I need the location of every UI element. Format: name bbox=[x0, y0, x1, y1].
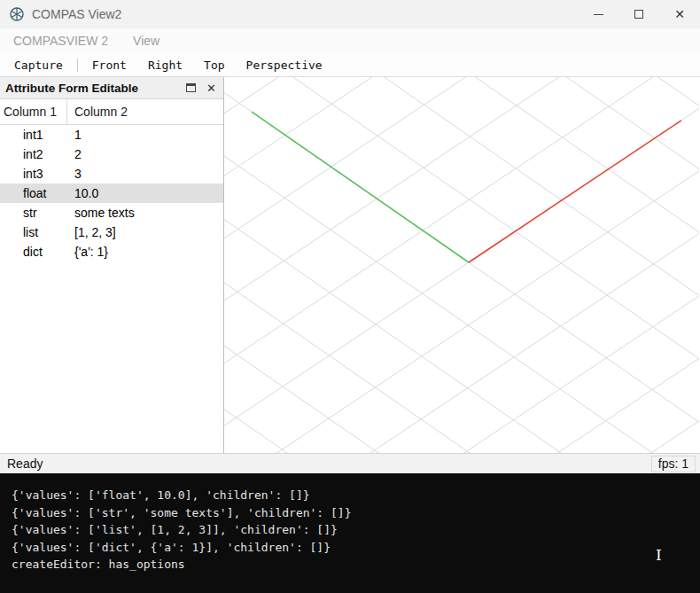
grid-line bbox=[224, 77, 699, 453]
panel-header[interactable]: Attribute Form Editable ✕ bbox=[0, 77, 223, 99]
red-axis-line bbox=[469, 121, 681, 262]
table-row[interactable]: dict {'a': 1} bbox=[0, 242, 223, 261]
grid-line bbox=[224, 77, 699, 453]
grid-line bbox=[224, 77, 699, 453]
title-bar: COMPAS View2 ✕ bbox=[0, 0, 700, 28]
menu-bar: COMPASVIEW 2 View bbox=[0, 28, 700, 53]
table-row[interactable]: str some texts bbox=[0, 203, 223, 222]
minimize-button[interactable] bbox=[578, 0, 618, 28]
console-output[interactable]: {'values': ['float', 10.0], 'children': … bbox=[0, 473, 700, 593]
maximize-icon bbox=[634, 10, 643, 19]
grid-line bbox=[224, 77, 699, 453]
green-axis-line bbox=[252, 112, 469, 262]
panel-header-buttons: ✕ bbox=[186, 82, 216, 94]
window-title: COMPAS View2 bbox=[32, 7, 121, 21]
console-line: {'values': ['str', 'some texts'], 'child… bbox=[12, 504, 700, 522]
row-value[interactable]: [1, 2, 3] bbox=[67, 225, 116, 239]
row-key: float bbox=[0, 186, 67, 200]
main-area: Attribute Form Editable ✕ Column 1 Colum… bbox=[0, 76, 700, 453]
perspective-view-button[interactable]: Perspective bbox=[236, 56, 333, 74]
table-row[interactable]: int2 2 bbox=[0, 144, 223, 164]
grid-line bbox=[224, 77, 699, 453]
float-panel-icon[interactable] bbox=[186, 83, 196, 92]
console-line: {'values': ['dict', {'a': 1}], 'children… bbox=[12, 539, 700, 557]
grid-line bbox=[224, 77, 699, 453]
grid-line bbox=[224, 77, 699, 453]
grid-line bbox=[224, 77, 699, 453]
top-view-button[interactable]: Top bbox=[193, 56, 235, 74]
grid-line bbox=[224, 77, 699, 453]
grid-line bbox=[232, 77, 699, 438]
grid-line bbox=[224, 77, 699, 453]
capture-button[interactable]: Capture bbox=[4, 56, 74, 74]
panel-title: Attribute Form Editable bbox=[5, 82, 138, 95]
grid-line bbox=[224, 77, 699, 453]
row-value[interactable]: 2 bbox=[67, 147, 82, 161]
grid-line bbox=[224, 77, 699, 453]
row-value[interactable]: 10.0 bbox=[67, 186, 98, 200]
row-key: str bbox=[0, 206, 67, 220]
table-row[interactable]: int3 3 bbox=[0, 164, 223, 183]
grid-line bbox=[224, 77, 699, 453]
table-body: int1 1 int2 2 int3 3 float 10.0 str some… bbox=[0, 125, 223, 453]
row-value[interactable]: 1 bbox=[67, 128, 82, 142]
grid-line bbox=[224, 77, 699, 453]
grid-line bbox=[224, 77, 699, 453]
console-line: {'values': ['float', 10.0], 'children': … bbox=[12, 487, 700, 504]
grid-line bbox=[224, 77, 699, 453]
grid-line bbox=[224, 77, 699, 453]
viewport-3d[interactable] bbox=[224, 77, 700, 453]
grid-line bbox=[224, 77, 699, 453]
maximize-button[interactable] bbox=[618, 0, 659, 28]
grid-line bbox=[224, 77, 699, 453]
table-row[interactable]: list [1, 2, 3] bbox=[0, 222, 223, 242]
grid-line bbox=[224, 77, 699, 453]
toolbar: Capture Front Right Top Perspective bbox=[0, 53, 700, 76]
toolbar-separator bbox=[77, 59, 78, 72]
table-row[interactable]: int1 1 bbox=[0, 125, 223, 144]
app-logo-icon bbox=[9, 6, 25, 22]
table-row[interactable]: float 10.0 bbox=[0, 183, 223, 203]
grid-line bbox=[224, 77, 699, 453]
row-key: int1 bbox=[0, 128, 67, 142]
grid-line bbox=[224, 77, 699, 453]
minimize-icon bbox=[594, 14, 603, 15]
menu-item-view[interactable]: View bbox=[128, 34, 165, 48]
grid-line bbox=[224, 77, 699, 453]
text-cursor-ibeam: I bbox=[656, 548, 662, 563]
grid-line bbox=[224, 77, 699, 453]
row-key: int2 bbox=[0, 147, 67, 161]
table-header: Column 1 Column 2 bbox=[0, 99, 223, 125]
status-bar: Ready fps: 1 bbox=[0, 453, 700, 473]
grid-line bbox=[224, 77, 699, 453]
status-message: Ready bbox=[7, 456, 43, 471]
fps-counter: fps: 1 bbox=[651, 456, 696, 472]
menu-item-compasview2[interactable]: COMPASVIEW 2 bbox=[8, 34, 113, 48]
right-view-button[interactable]: Right bbox=[137, 56, 193, 74]
grid-line bbox=[224, 77, 699, 453]
row-value[interactable]: 3 bbox=[67, 167, 82, 181]
attribute-form-panel: Attribute Form Editable ✕ Column 1 Colum… bbox=[0, 77, 224, 453]
grid-line bbox=[224, 77, 699, 453]
front-view-button[interactable]: Front bbox=[82, 56, 137, 74]
row-value[interactable]: some texts bbox=[67, 206, 135, 220]
row-value[interactable]: {'a': 1} bbox=[67, 245, 108, 259]
panel-close-icon[interactable]: ✕ bbox=[206, 82, 216, 94]
window-controls: ✕ bbox=[578, 0, 700, 28]
grid-line bbox=[224, 77, 699, 453]
grid-line bbox=[224, 77, 699, 453]
row-key: dict bbox=[0, 245, 67, 259]
console-line: {'values': ['list', [1, 2, 3]], 'childre… bbox=[12, 521, 700, 539]
viewport-grid bbox=[224, 77, 699, 453]
row-key: int3 bbox=[0, 167, 67, 181]
column2-header[interactable]: Column 2 bbox=[67, 99, 128, 124]
close-icon: ✕ bbox=[674, 8, 685, 20]
column1-header[interactable]: Column 1 bbox=[0, 99, 67, 124]
grid-line bbox=[224, 77, 699, 453]
close-button[interactable]: ✕ bbox=[659, 0, 700, 28]
grid-line bbox=[224, 105, 699, 453]
grid-line bbox=[224, 77, 699, 453]
grid-line bbox=[224, 77, 699, 453]
row-key: list bbox=[0, 225, 67, 239]
grid-line bbox=[224, 77, 699, 453]
